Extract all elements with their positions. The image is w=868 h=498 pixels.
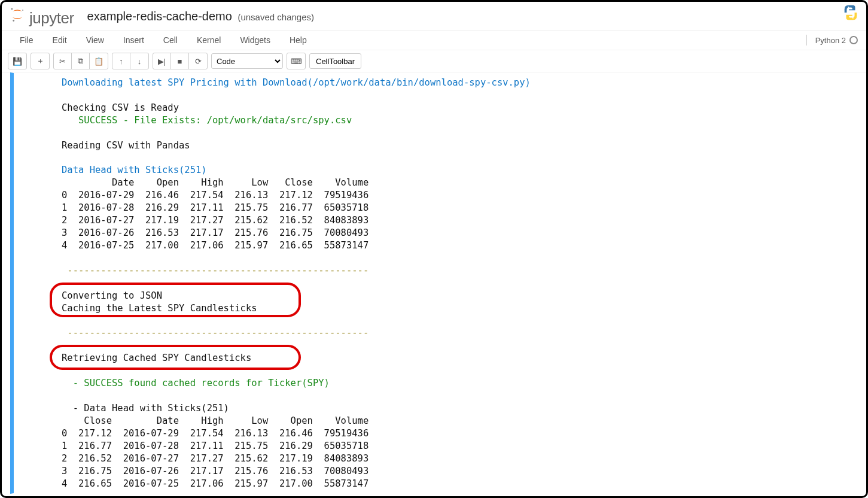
table-row: 1 216.77 2016-07-28 217.11 215.75 216.29… [62, 441, 368, 451]
output-line: Converting to JSON [62, 290, 162, 301]
kernel-idle-icon [849, 36, 858, 44]
table-row: 3 216.75 2016-07-26 217.17 215.76 216.53… [62, 466, 368, 476]
jupyter-logo[interactable]: jupyter [9, 5, 74, 28]
separator-line: ----------------------------------------… [62, 265, 368, 276]
notebook-name[interactable]: example-redis-cache-demo [87, 10, 232, 23]
arrow-down-icon: ↓ [138, 57, 142, 66]
table-header-row: Close Date High Low Open Volume [62, 415, 368, 426]
header: jupyter example-redis-cache-demo (unsave… [2, 2, 866, 30]
cut-cell-button[interactable]: ✂ [54, 53, 72, 69]
keyboard-icon: ⌨ [291, 57, 302, 66]
jupyter-logo-icon [9, 5, 26, 23]
celltoolbar-button[interactable]: CellToolbar [309, 53, 361, 69]
save-button[interactable]: 💾 [8, 53, 26, 69]
restart-kernel-button[interactable]: ⟳ [189, 53, 207, 69]
output-line: Checking CSV is Ready [62, 102, 179, 113]
separator-line: ----------------------------------------… [62, 327, 368, 338]
menu-file[interactable]: File [10, 35, 43, 45]
output-line: Reading CSV with Pandas [62, 140, 190, 151]
table-row: 0 217.12 2016-07-29 217.54 216.13 216.46… [62, 428, 368, 439]
table-row: 2 216.52 2016-07-27 217.27 215.62 217.19… [62, 453, 368, 464]
cell-type-select[interactable]: Code [211, 53, 283, 69]
svg-point-0 [11, 8, 13, 10]
plus-icon: ＋ [36, 56, 44, 66]
output-line: Downloading latest SPY Pricing with Down… [62, 77, 531, 88]
svg-point-3 [848, 7, 849, 8]
menu-edit[interactable]: Edit [43, 35, 77, 45]
command-palette-button[interactable]: ⌨ [287, 53, 305, 69]
svg-point-4 [852, 17, 854, 19]
table-header-row: Date Open High Low Close Volume [62, 177, 368, 188]
output-line: - Data Head with Sticks(251) [62, 403, 229, 414]
svg-point-1 [22, 10, 23, 11]
save-status: (unsaved changes) [237, 12, 314, 22]
copy-icon: ⧉ [78, 56, 83, 66]
move-cell-up-button[interactable]: ↑ [112, 53, 130, 69]
menu-kernel[interactable]: Kernel [187, 35, 230, 45]
menu-insert[interactable]: Insert [114, 35, 154, 45]
menu-widgets[interactable]: Widgets [230, 35, 280, 45]
notebook-area[interactable]: Downloading latest SPY Pricing with Down… [2, 72, 866, 498]
kernel-name: Python 2 [815, 36, 846, 45]
output-line: Caching the Latest SPY Candlesticks [62, 303, 257, 314]
move-cell-down-button[interactable]: ↓ [130, 53, 148, 69]
insert-cell-below-button[interactable]: ＋ [31, 53, 49, 69]
code-cell[interactable]: Downloading latest SPY Pricing with Down… [10, 72, 858, 494]
svg-point-2 [13, 20, 14, 22]
clipboard-icon: 📋 [94, 57, 103, 66]
interrupt-kernel-button[interactable]: ■ [171, 53, 189, 69]
cell-output: Downloading latest SPY Pricing with Down… [15, 74, 852, 492]
copy-cell-button[interactable]: ⧉ [72, 53, 90, 69]
menu-help[interactable]: Help [280, 35, 316, 45]
output-text: Downloading latest SPY Pricing with Down… [62, 77, 852, 490]
jupyter-logo-text: jupyter [29, 9, 74, 28]
save-icon: 💾 [13, 57, 22, 66]
table-row: 0 2016-07-29 216.46 217.54 216.13 217.12… [62, 190, 368, 201]
python-logo-icon [842, 4, 860, 23]
table-row: 4 2016-07-25 217.00 217.06 215.97 216.65… [62, 240, 368, 251]
stop-icon: ■ [178, 57, 182, 66]
notebook-title[interactable]: example-redis-cache-demo (unsaved change… [87, 10, 314, 23]
paste-cell-button[interactable]: 📋 [90, 53, 108, 69]
menu-view[interactable]: View [77, 35, 114, 45]
toolbar: 💾 ＋ ✂ ⧉ 📋 ↑ ↓ ▶| ■ ⟳ Code ⌨ CellToolbar [2, 50, 866, 72]
table-row: 2 2016-07-27 217.19 217.27 215.62 216.52… [62, 215, 368, 226]
table-row: 4 216.65 2016-07-25 217.06 215.97 217.00… [62, 478, 368, 489]
kernel-indicator: Python 2 [806, 35, 858, 45]
output-line: Retrieving Cached SPY Candlesticks [62, 353, 251, 363]
refresh-icon: ⟳ [195, 57, 202, 66]
scissors-icon: ✂ [59, 57, 66, 66]
output-line: Data Head with Sticks(251) [62, 165, 207, 175]
menubar: File Edit View Insert Cell Kernel Widget… [2, 30, 866, 50]
output-line: - SUCCESS found cached records for Ticke… [62, 378, 330, 388]
menu-cell[interactable]: Cell [154, 35, 187, 45]
table-row: 1 2016-07-28 216.29 217.11 215.75 216.77… [62, 202, 368, 213]
step-forward-icon: ▶| [158, 57, 166, 66]
table-row: 3 2016-07-26 216.53 217.17 215.76 216.75… [62, 227, 368, 238]
run-cell-button[interactable]: ▶| [153, 53, 171, 69]
arrow-up-icon: ↑ [119, 57, 123, 66]
output-line: SUCCESS - File Exists: /opt/work/data/sr… [62, 115, 352, 126]
